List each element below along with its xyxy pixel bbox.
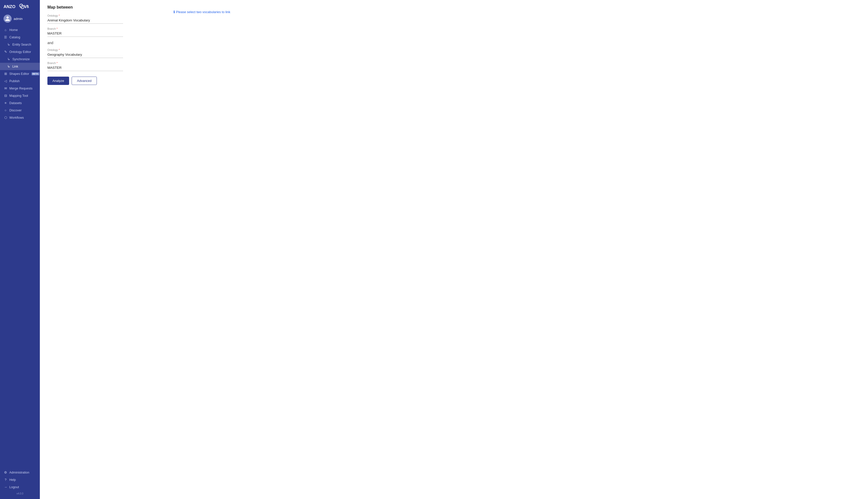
user-profile[interactable]: admin <box>0 13 40 26</box>
sidebar-item-mapping-tool-label: Mapping Tool <box>9 94 28 98</box>
second-ontology-label: Ontology * <box>47 48 128 51</box>
help-icon: ? <box>3 478 8 482</box>
first-branch-label: Branch * <box>47 27 128 30</box>
catalog-icon: ☰ <box>3 35 8 39</box>
sidebar-item-entity-search[interactable]: ↳ Entity Search <box>0 41 40 48</box>
ontology-editor-icon: ✎ <box>3 50 8 54</box>
beta-badge: BETA <box>32 72 39 75</box>
logo: ANZO VM <box>0 0 40 13</box>
discover-icon: ○ <box>3 108 8 112</box>
sidebar-item-logout-label: Logout <box>9 485 19 489</box>
sidebar-item-workflows-label: Workflows <box>9 116 24 120</box>
sidebar-item-catalog-label: Catalog <box>9 36 20 39</box>
sidebar-item-discover-label: Discover <box>9 109 22 112</box>
sidebar-item-link[interactable]: ↳ Link <box>0 63 40 70</box>
merge-requests-icon: ✉ <box>3 86 8 90</box>
mapping-tool-icon: ⊟ <box>3 94 8 98</box>
sidebar-item-merge-requests[interactable]: ✉ Merge Requests <box>0 85 40 92</box>
info-icon: ℹ <box>174 10 175 14</box>
administration-icon: ⚙ <box>3 471 8 474</box>
sidebar-item-shapes-editor-label: Shapes Editor <box>9 72 29 76</box>
sidebar-item-entity-search-label: Entity Search <box>12 43 31 46</box>
logout-icon: → <box>3 485 8 489</box>
sidebar-item-link-label: Link <box>12 65 18 68</box>
sidebar-item-help-label: Help <box>9 478 16 482</box>
second-branch-group: Branch * MASTER <box>47 61 128 71</box>
sidebar-item-ontology-editor-label: Ontology Editor <box>9 50 31 54</box>
workflows-icon: ⬡ <box>3 116 8 120</box>
entity-search-icon: ↳ <box>7 42 11 46</box>
synchronize-icon: ↳ <box>7 57 11 61</box>
first-ontology-value[interactable]: Animal Kingdom Vocabulary <box>47 17 123 24</box>
sidebar-item-administration-label: Administration <box>9 471 29 474</box>
sidebar-item-shapes-editor[interactable]: ⊞ Shapes Editor BETA <box>0 70 40 77</box>
svg-text:VM: VM <box>24 4 29 9</box>
second-ontology-group: Ontology * Geography Vocabulary <box>47 48 128 58</box>
sidebar-item-datasets[interactable]: ≡ Datasets <box>0 99 40 107</box>
button-row: Analyze Advanced <box>47 77 128 85</box>
sidebar-item-synchronize-label: Synchronize <box>12 58 30 61</box>
info-message-text: Please select two vocabularies to link <box>176 10 230 14</box>
sidebar-item-home-label: Home <box>9 28 17 32</box>
sidebar-bottom: ⚙ Administration ? Help → Logout v4.0.0 <box>0 469 40 499</box>
advanced-button[interactable]: Advanced <box>72 77 97 85</box>
home-icon: ⌂ <box>3 28 8 32</box>
version-label: v4.0.0 <box>0 491 40 497</box>
svg-text:ANZO: ANZO <box>3 4 15 9</box>
avatar <box>3 15 12 23</box>
sidebar-item-administration[interactable]: ⚙ Administration <box>0 469 40 476</box>
sidebar-item-catalog[interactable]: ☰ Catalog <box>0 34 40 41</box>
sidebar-nav: ⌂ Home ☰ Catalog ↳ Entity Search ✎ Ontol… <box>0 26 40 469</box>
second-branch-value[interactable]: MASTER <box>47 65 123 71</box>
sidebar-item-home[interactable]: ⌂ Home <box>0 26 40 34</box>
sidebar-item-logout[interactable]: → Logout <box>0 483 40 491</box>
datasets-icon: ≡ <box>3 101 8 105</box>
sidebar-item-discover[interactable]: ○ Discover <box>0 107 40 114</box>
sidebar-item-mapping-tool[interactable]: ⊟ Mapping Tool <box>0 92 40 99</box>
sidebar-item-publish-label: Publish <box>9 80 20 83</box>
sidebar-item-merge-requests-label: Merge Requests <box>9 87 33 90</box>
sidebar-item-synchronize[interactable]: ↳ Synchronize <box>0 56 40 63</box>
first-ontology-group: Ontology * Animal Kingdom Vocabulary <box>47 14 128 24</box>
first-ontology-label: Ontology * <box>47 14 128 17</box>
shapes-editor-icon: ⊞ <box>3 72 8 76</box>
info-message: ℹ Please select two vocabularies to link <box>174 10 230 14</box>
link-icon: ↳ <box>7 64 11 68</box>
sidebar-item-workflows[interactable]: ⬡ Workflows <box>0 114 40 121</box>
form-section: Ontology * Animal Kingdom Vocabulary Bra… <box>47 14 128 85</box>
and-separator: and <box>47 41 128 45</box>
publish-icon: ◁ <box>3 79 8 83</box>
first-branch-value[interactable]: MASTER <box>47 31 123 37</box>
sidebar: ANZO VM admin ⌂ Home ☰ Catalog ↳ Entity … <box>0 0 40 499</box>
page-title: Map between <box>47 5 860 10</box>
sidebar-item-help[interactable]: ? Help <box>0 476 40 483</box>
username-label: admin <box>14 17 22 21</box>
sidebar-item-datasets-label: Datasets <box>9 101 22 105</box>
second-ontology-value[interactable]: Geography Vocabulary <box>47 52 123 58</box>
main-content: Map between ℹ Please select two vocabula… <box>40 0 868 499</box>
sidebar-item-publish[interactable]: ◁ Publish <box>0 77 40 85</box>
analyze-button[interactable]: Analyze <box>47 77 69 85</box>
sidebar-item-ontology-editor[interactable]: ✎ Ontology Editor <box>0 48 40 56</box>
second-branch-label: Branch * <box>47 61 128 64</box>
first-branch-group: Branch * MASTER <box>47 27 128 37</box>
map-between-section: Map between ℹ Please select two vocabula… <box>47 5 860 85</box>
